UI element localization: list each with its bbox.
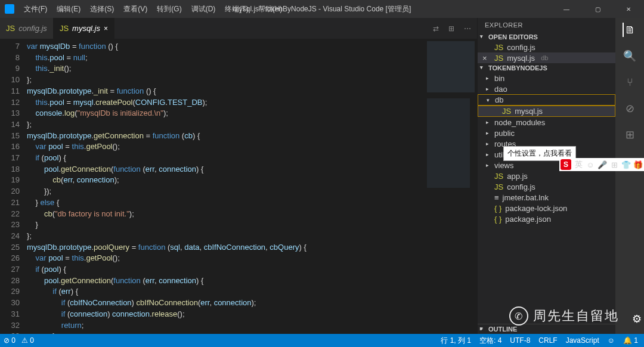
minimap[interactable] [425,39,477,334]
open-editors-section[interactable]: OPEN EDITORS [478,32,615,42]
editor-tab[interactable]: JSconfig.js [0,18,54,39]
vscode-logo-icon [5,4,14,14]
folder-item[interactable]: ▸public [478,128,615,138]
js-file-icon: JS [6,24,15,33]
maximize-button[interactable]: ▢ [587,6,608,13]
open-editor-item[interactable]: JSconfig.js [478,42,615,52]
line-gutter: 7891011121314151617181920212223242526272… [0,39,27,334]
project-section[interactable]: TOKENBYNODEJS [478,63,615,73]
ime-icon[interactable]: ☺ [586,160,595,169]
status-item[interactable]: 🔔 1 [623,336,638,345]
settings-gear-icon[interactable]: ⚙ [632,312,642,326]
file-icon: ≡ [494,193,499,202]
status-bar: ⊘ 0⚠ 0 行 1, 列 1空格: 4UTF-8CRLFJavaScript☺… [0,334,644,347]
status-left: ⊘ 0⚠ 0 [0,336,34,345]
tab-action-icon[interactable]: ⇄ [433,24,439,33]
close-button[interactable]: ✕ [618,6,639,13]
wechat-icon: ✆ [509,306,528,326]
file-item[interactable]: JSmysql.js [478,106,615,117]
file-item[interactable]: { }package-lock.json [478,203,615,213]
tab-action-icon[interactable]: ⋯ [464,24,471,33]
file-item[interactable]: JSapp.js [478,171,615,181]
js-file-icon: JS [502,107,511,116]
file-item[interactable]: JSconfig.js [478,181,615,192]
status-item[interactable]: 空格: 4 [479,336,501,346]
ime-icon[interactable]: 🎤 [597,160,607,169]
status-item[interactable]: UTF-8 [510,336,530,345]
file-item[interactable]: ≡jmeter.bat.lnk [478,192,615,203]
ime-toolbar[interactable]: S 英☺🎤⊞👕🎁 [559,158,644,171]
open-editor-item[interactable]: ×JSmysql.jsdb [478,52,615,63]
editor-tabs: JSconfig.jsJSmysql.js×⇄⊞⋯ [0,18,477,39]
extensions-icon[interactable]: ⊞ [623,128,637,142]
code-content[interactable]: var mysqlDb = function () { this.pool = … [27,39,425,334]
menu-item[interactable]: 转到(G) [152,2,186,17]
close-icon[interactable]: × [482,54,487,63]
ime-icon[interactable]: 英 [574,160,583,169]
file-item[interactable]: { }package.json [478,213,615,224]
js-file-icon: JS [494,43,503,52]
status-item[interactable]: 行 1, 列 1 [441,336,471,346]
explorer-header: EXPLORER [478,18,615,32]
source-control-icon[interactable]: ⑂ [623,75,637,89]
minimize-button[interactable]: — [556,6,577,13]
folder-item[interactable]: ▸dao [478,83,615,94]
tab-action-icon[interactable]: ⊞ [448,24,454,33]
js-file-icon: JS [494,172,503,181]
close-icon[interactable]: × [104,24,108,33]
json-file-icon: { } [494,215,501,224]
status-item[interactable]: ☺ [608,336,615,345]
menu-item[interactable]: 编辑(E) [52,2,85,17]
folder-item[interactable]: ▾db [478,94,615,106]
tab-actions: ⇄⊞⋯ [433,18,477,39]
editor-group: JSconfig.jsJSmysql.js×⇄⊞⋯ 78910111213141… [0,18,477,334]
menu-item[interactable]: 查看(V) [119,2,152,17]
activity-bar: 🗎 🔍 ⑂ ⊘ ⊞ [615,18,644,334]
js-file-icon: JS [494,182,503,191]
code-editor[interactable]: 7891011121314151617181920212223242526272… [0,39,477,334]
menu-item[interactable]: 选择(S) [85,2,119,17]
window-controls: — ▢ ✕ [556,6,639,13]
debug-icon[interactable]: ⊘ [623,101,637,116]
status-right: 行 1, 列 1空格: 4UTF-8CRLFJavaScript☺🔔 1 [441,336,644,346]
ime-icon[interactable]: 👕 [621,160,631,169]
files-icon[interactable]: 🗎 [623,23,637,37]
status-item[interactable]: ⊘ 0 [4,336,16,345]
window-title: mysql.js - tokenByNodeJS - Visual Studio… [233,4,411,14]
sogou-logo-icon[interactable]: S [561,159,571,170]
explorer-sidebar: EXPLORER OPEN EDITORS JSconfig.js×JSmysq… [477,18,615,334]
watermark: ✆ 周先生自留地 [509,306,619,326]
menu-item[interactable]: 调试(D) [187,2,221,17]
status-item[interactable]: ⚠ 0 [21,336,34,345]
status-item[interactable]: JavaScript [566,336,599,345]
title-bar: 文件(F)编辑(E)选择(S)查看(V)转到(G)调试(D)终端(T)帮助(H)… [0,0,644,18]
folder-item[interactable]: ▸bin [478,73,615,83]
js-file-icon: JS [494,54,503,63]
menu-item[interactable]: 文件(F) [19,2,52,17]
status-item[interactable]: CRLF [538,336,557,345]
js-file-icon: JS [60,24,69,33]
json-file-icon: { } [494,204,501,213]
ime-icon[interactable]: 🎁 [633,160,643,169]
search-icon[interactable]: 🔍 [623,49,637,63]
editor-tab[interactable]: JSmysql.js× [54,18,114,39]
ime-icon[interactable]: ⊞ [609,160,619,169]
folder-item[interactable]: ▸node_modules [478,117,615,128]
